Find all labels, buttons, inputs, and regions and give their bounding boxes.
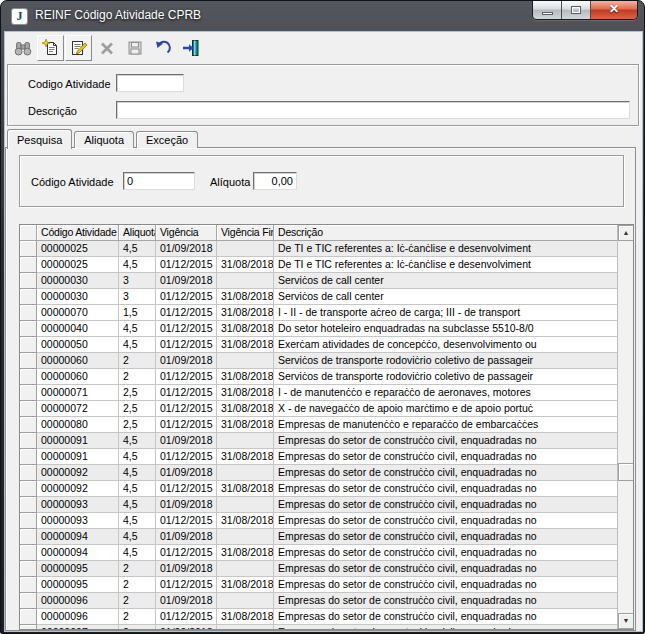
table-row[interactable]: 000000254,501/09/2018De TI e TIC referen… bbox=[20, 241, 633, 257]
row-selector[interactable] bbox=[20, 529, 37, 545]
cell-aliquota[interactable]: 1,5 bbox=[119, 305, 156, 321]
cell-descricao[interactable]: Empresas do setor de construċċo civil, e… bbox=[274, 513, 618, 529]
row-selector[interactable] bbox=[20, 321, 37, 337]
cell-descricao[interactable]: Serviċos de transporte rodoviċrio coleti… bbox=[274, 369, 618, 385]
column-header-descricao[interactable]: Descrição bbox=[274, 225, 618, 241]
cell-vigencia[interactable]: 01/09/2018 bbox=[156, 273, 217, 289]
column-header-aliquota[interactable]: Aliquota bbox=[119, 225, 156, 241]
cell-aliquota[interactable]: 2 bbox=[119, 593, 156, 609]
cell-codigo[interactable]: 00000093 bbox=[37, 513, 119, 529]
cell-descricao[interactable]: X - de navegaċċo de apoio marċtimo e de … bbox=[274, 401, 618, 417]
table-row[interactable]: 000000504,501/12/201531/08/2018Exerċam a… bbox=[20, 337, 633, 353]
cell-codigo[interactable]: 00000050 bbox=[37, 337, 119, 353]
find-button[interactable] bbox=[9, 35, 36, 61]
cell-aliquota[interactable]: 4,5 bbox=[119, 545, 156, 561]
cell-vigencia_final[interactable]: 31/08/2018 bbox=[217, 369, 274, 385]
cell-descricao[interactable]: Empresas de manutenċċo e reparaċċo de em… bbox=[274, 417, 618, 433]
cell-vigencia_final[interactable]: 31/08/2018 bbox=[217, 321, 274, 337]
row-selector[interactable] bbox=[20, 353, 37, 369]
cell-vigencia_final[interactable]: 31/08/2018 bbox=[217, 417, 274, 433]
row-selector[interactable] bbox=[20, 449, 37, 465]
cell-aliquota[interactable]: 4,5 bbox=[119, 257, 156, 273]
cell-vigencia_final[interactable] bbox=[217, 529, 274, 545]
cell-codigo[interactable]: 00000093 bbox=[37, 497, 119, 513]
cell-aliquota[interactable]: 4,5 bbox=[119, 465, 156, 481]
cell-vigencia[interactable]: 01/12/2015 bbox=[156, 289, 217, 305]
table-row[interactable]: 000000944,501/09/2018Empresas do setor d… bbox=[20, 529, 633, 545]
table-row[interactable]: 000000944,501/12/201531/08/2018Empresas … bbox=[20, 545, 633, 561]
scroll-down-icon[interactable]: ▼ bbox=[618, 613, 634, 629]
exit-button[interactable] bbox=[177, 35, 204, 61]
cell-aliquota[interactable]: 2 bbox=[119, 625, 156, 630]
cell-vigencia[interactable]: 01/12/2015 bbox=[156, 449, 217, 465]
grid-vertical-scrollbar[interactable]: ▲ ▼ bbox=[617, 225, 633, 629]
row-selector[interactable] bbox=[20, 497, 37, 513]
table-row[interactable]: 00000030301/09/2018Serviċos de call cent… bbox=[20, 273, 633, 289]
cell-aliquota[interactable]: 2 bbox=[119, 609, 156, 625]
cell-aliquota[interactable]: 4,5 bbox=[119, 513, 156, 529]
cell-descricao[interactable]: I - de manutenċċo e reparaċċo de aeronav… bbox=[274, 385, 618, 401]
cell-codigo[interactable]: 00000030 bbox=[37, 289, 119, 305]
cell-descricao[interactable]: Empresas do setor de construċċo civil, e… bbox=[274, 497, 618, 513]
cell-descricao[interactable]: De TI e TIC referentes a: Iċ-ċanċlise e … bbox=[274, 241, 618, 257]
undo-button[interactable] bbox=[149, 35, 176, 61]
row-selector[interactable] bbox=[20, 625, 37, 630]
cell-codigo[interactable]: 00000097 bbox=[37, 625, 119, 630]
table-row[interactable]: 00000096201/12/201531/08/2018Empresas do… bbox=[20, 609, 633, 625]
row-selector[interactable] bbox=[20, 593, 37, 609]
cell-vigencia_final[interactable] bbox=[217, 273, 274, 289]
cell-descricao[interactable]: Empresas do setor de construċċo civil, e… bbox=[274, 577, 618, 593]
cell-vigencia[interactable]: 01/12/2015 bbox=[156, 513, 217, 529]
cell-vigencia[interactable]: 01/09/2018 bbox=[156, 497, 217, 513]
cell-vigencia_final[interactable]: 31/08/2018 bbox=[217, 289, 274, 305]
row-selector[interactable] bbox=[20, 369, 37, 385]
cell-vigencia_final[interactable] bbox=[217, 625, 274, 630]
tab-pesquisa[interactable]: Pesquisa bbox=[7, 129, 72, 149]
tab-excecao[interactable]: Exceção bbox=[136, 131, 198, 148]
table-row[interactable]: 00000060201/09/2018Serviċos de transport… bbox=[20, 353, 633, 369]
cell-descricao[interactable]: Serviċos de call center bbox=[274, 273, 618, 289]
row-selector[interactable] bbox=[20, 433, 37, 449]
cell-descricao[interactable]: De TI e TIC referentes a: Iċ-ċanċlise e … bbox=[274, 257, 618, 273]
cell-vigencia[interactable]: 01/12/2015 bbox=[156, 369, 217, 385]
table-row[interactable]: 000000934,501/09/2018Empresas do setor d… bbox=[20, 497, 633, 513]
cell-aliquota[interactable]: 2,5 bbox=[119, 385, 156, 401]
table-row[interactable]: 000000914,501/12/201531/08/2018Empresas … bbox=[20, 449, 633, 465]
cell-descricao[interactable]: Do setor hoteleiro enquadradas na subcla… bbox=[274, 321, 618, 337]
row-selector[interactable] bbox=[20, 609, 37, 625]
cell-vigencia_final[interactable] bbox=[217, 593, 274, 609]
cell-vigencia_final[interactable]: 31/08/2018 bbox=[217, 577, 274, 593]
cell-aliquota[interactable]: 3 bbox=[119, 273, 156, 289]
table-row[interactable]: 000000802,501/12/201531/08/2018Empresas … bbox=[20, 417, 633, 433]
row-selector[interactable] bbox=[20, 257, 37, 273]
cell-vigencia_final[interactable]: 31/08/2018 bbox=[217, 337, 274, 353]
cell-codigo[interactable]: 00000091 bbox=[37, 449, 119, 465]
cell-vigencia[interactable]: 01/09/2018 bbox=[156, 241, 217, 257]
row-selector[interactable] bbox=[20, 513, 37, 529]
cell-vigencia_final[interactable]: 31/08/2018 bbox=[217, 513, 274, 529]
cell-descricao[interactable]: Empresas do setor de construċċo civil, e… bbox=[274, 449, 618, 465]
cell-aliquota[interactable]: 2 bbox=[119, 353, 156, 369]
cell-aliquota[interactable]: 4,5 bbox=[119, 529, 156, 545]
row-selector[interactable] bbox=[20, 241, 37, 257]
cell-codigo[interactable]: 00000096 bbox=[37, 593, 119, 609]
cell-vigencia_final[interactable]: 31/08/2018 bbox=[217, 481, 274, 497]
cell-vigencia_final[interactable]: 31/08/2018 bbox=[217, 257, 274, 273]
cell-codigo[interactable]: 00000072 bbox=[37, 401, 119, 417]
edit-button[interactable] bbox=[65, 35, 92, 61]
cell-codigo[interactable]: 00000096 bbox=[37, 609, 119, 625]
row-selector[interactable] bbox=[20, 545, 37, 561]
filter-descricao-input[interactable] bbox=[116, 101, 630, 119]
row-selector[interactable] bbox=[20, 481, 37, 497]
cell-aliquota[interactable]: 4,5 bbox=[119, 241, 156, 257]
table-row[interactable]: 000000254,501/12/201531/08/2018De TI e T… bbox=[20, 257, 633, 273]
row-selector[interactable] bbox=[20, 401, 37, 417]
cell-codigo[interactable]: 00000095 bbox=[37, 577, 119, 593]
table-row[interactable]: 00000095201/09/2018Empresas do setor de … bbox=[20, 561, 633, 577]
cell-codigo[interactable]: 00000025 bbox=[37, 257, 119, 273]
table-row[interactable]: 000000722,501/12/201531/08/2018X - de na… bbox=[20, 401, 633, 417]
cell-codigo[interactable]: 00000030 bbox=[37, 273, 119, 289]
cell-descricao[interactable]: Empresas do setor de construċċo civil, e… bbox=[274, 545, 618, 561]
cell-aliquota[interactable]: 2 bbox=[119, 369, 156, 385]
minimize-button[interactable] bbox=[533, 1, 562, 19]
